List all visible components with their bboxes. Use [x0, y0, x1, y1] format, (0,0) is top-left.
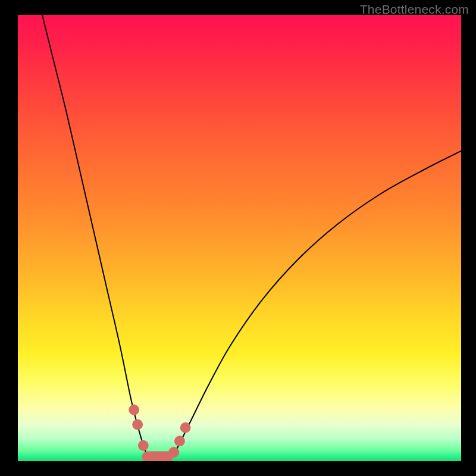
marker-dot	[180, 422, 191, 433]
curve-left-branch	[42, 15, 149, 459]
floor-bar	[142, 452, 173, 462]
marker-dot	[138, 440, 149, 451]
watermark-text: TheBottleneck.com	[360, 2, 469, 17]
curve-layer	[18, 15, 461, 461]
plot-area	[18, 15, 461, 461]
marker-dot	[174, 436, 185, 446]
marker-group	[129, 405, 190, 458]
curve-right-branch	[171, 151, 461, 459]
marker-dot	[129, 405, 139, 415]
marker-dot	[132, 419, 143, 430]
chart-frame: TheBottleneck.com	[0, 0, 476, 476]
